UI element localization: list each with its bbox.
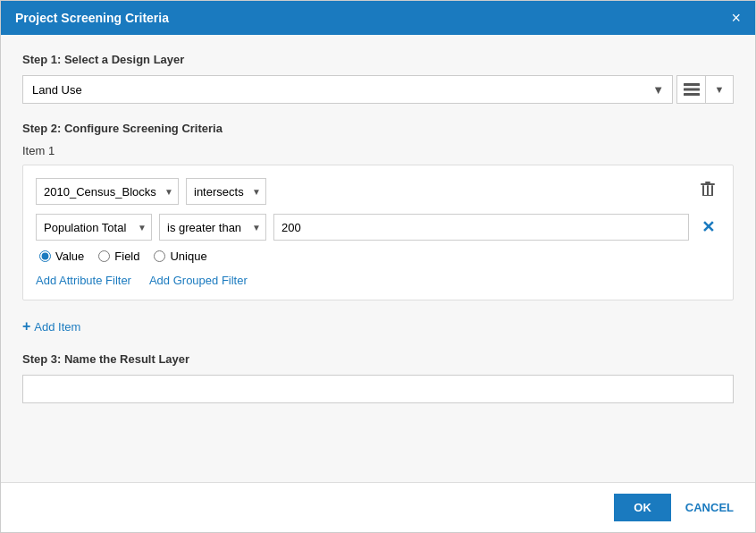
operator-select-wrapper-1: intersects ▼ — [186, 178, 266, 205]
filter-row-1: 2010_Census_Blocks ▼ intersects ▼ — [36, 178, 720, 205]
operator-select-wrapper-2: is greater than ▼ — [159, 214, 266, 241]
dialog-body: Step 1: Select a Design Layer Land Use ▼ — [1, 35, 755, 482]
filter-row-2: Population Total ▼ is greater than ▼ ✕ — [36, 214, 720, 241]
layer-select[interactable]: Land Use — [22, 75, 673, 104]
item-label: Item 1 — [22, 144, 734, 157]
step-2-label: Step 2: Configure Screening Criteria — [22, 122, 734, 135]
ok-button[interactable]: OK — [614, 494, 671, 521]
radio-field-option[interactable]: Field — [98, 250, 139, 263]
filter-links: Add Attribute Filter Add Grouped Filter — [36, 274, 720, 287]
result-layer-input[interactable] — [22, 375, 734, 403]
radio-field-label: Field — [114, 250, 139, 263]
svg-rect-8 — [702, 195, 713, 196]
add-item-row: + Add Item — [22, 318, 734, 334]
add-item-button[interactable]: + Add Item — [22, 318, 80, 334]
svg-rect-7 — [711, 185, 713, 196]
delete-row-1-button[interactable] — [695, 180, 720, 203]
field-select-wrapper-1: 2010_Census_Blocks ▼ — [36, 178, 179, 205]
filter-group: 2010_Census_Blocks ▼ intersects ▼ — [22, 165, 734, 300]
layers-icon-button[interactable] — [676, 75, 705, 104]
chevron-down-icon: ▼ — [715, 84, 725, 95]
value-input[interactable] — [273, 214, 689, 241]
dialog-header: Project Screening Criteria × — [1, 1, 755, 35]
icon-group: ▼ — [676, 75, 734, 104]
trash-icon — [701, 182, 715, 198]
svg-rect-3 — [705, 182, 710, 183]
layers-icon — [684, 81, 700, 97]
svg-rect-1 — [684, 89, 700, 91]
radio-field-input[interactable] — [98, 250, 110, 262]
step-1-section: Step 1: Select a Design Layer Land Use ▼ — [22, 53, 734, 104]
layer-select-wrapper: Land Use ▼ — [22, 75, 673, 104]
close-button[interactable]: × — [731, 10, 741, 26]
svg-rect-2 — [684, 93, 700, 96]
svg-rect-6 — [707, 185, 709, 196]
layer-select-row: Land Use ▼ ▼ — [22, 75, 734, 104]
add-attribute-filter-button[interactable]: Add Attribute Filter — [36, 274, 131, 287]
dialog: Project Screening Criteria × Step 1: Sel… — [0, 0, 756, 533]
dialog-title: Project Screening Criteria — [15, 11, 169, 25]
step-3-label: Step 3: Name the Result Layer — [22, 352, 734, 366]
radio-unique-label: Unique — [170, 250, 206, 263]
step-1-label: Step 1: Select a Design Layer — [22, 53, 734, 66]
radio-value-label: Value — [55, 250, 84, 263]
layer-dropdown-button[interactable]: ▼ — [705, 75, 734, 104]
svg-rect-4 — [701, 183, 715, 185]
operator-select-2[interactable]: is greater than — [159, 214, 266, 241]
radio-value-option[interactable]: Value — [39, 250, 84, 263]
svg-rect-5 — [702, 185, 704, 196]
remove-filter-2-button[interactable]: ✕ — [696, 216, 720, 239]
radio-unique-input[interactable] — [154, 250, 165, 262]
plus-icon: + — [22, 318, 30, 334]
operator-select-1[interactable]: intersects — [186, 178, 266, 205]
field-select-2[interactable]: Population Total — [36, 214, 152, 241]
radio-row: Value Field Unique — [39, 250, 720, 263]
add-grouped-filter-button[interactable]: Add Grouped Filter — [149, 274, 248, 287]
step-2-section: Step 2: Configure Screening Criteria Ite… — [22, 122, 734, 300]
cancel-button[interactable]: CANCEL — [682, 494, 737, 521]
radio-value-input[interactable] — [39, 250, 51, 262]
field-select-wrapper-2: Population Total ▼ — [36, 214, 152, 241]
dialog-footer: OK CANCEL — [1, 482, 755, 532]
add-item-label: Add Item — [34, 320, 80, 334]
radio-unique-option[interactable]: Unique — [154, 250, 206, 263]
field-select-1[interactable]: 2010_Census_Blocks — [36, 178, 179, 205]
step-3-section: Step 3: Name the Result Layer — [22, 352, 734, 403]
svg-rect-0 — [684, 83, 700, 86]
